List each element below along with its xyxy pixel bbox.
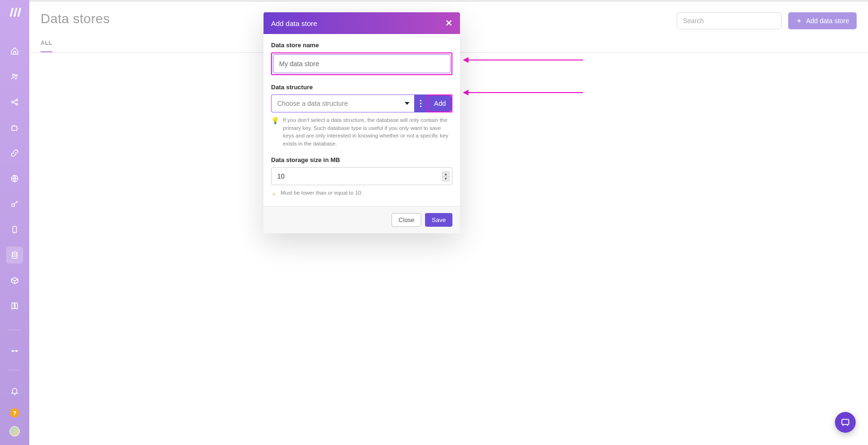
structure-placeholder: Choose a data structure bbox=[277, 100, 348, 107]
save-button[interactable]: Save bbox=[425, 213, 452, 227]
svg-point-12 bbox=[420, 103, 421, 104]
svg-point-6 bbox=[12, 204, 15, 206]
structure-menu-button[interactable] bbox=[414, 94, 427, 112]
close-icon[interactable]: ✕ bbox=[445, 18, 452, 28]
annotation-arrow bbox=[468, 60, 583, 60]
svg-point-10 bbox=[16, 351, 17, 352]
number-spinner[interactable]: ▲▼ bbox=[442, 171, 450, 181]
home-icon[interactable] bbox=[6, 43, 23, 60]
close-button[interactable]: Close bbox=[391, 213, 421, 227]
modal-title: Add data store bbox=[271, 19, 317, 27]
key-icon[interactable] bbox=[6, 196, 23, 213]
tab-all[interactable]: ALL bbox=[41, 37, 52, 52]
share-icon[interactable] bbox=[6, 94, 23, 111]
branch-icon[interactable] bbox=[6, 342, 23, 359]
book-icon[interactable] bbox=[6, 298, 23, 315]
svg-point-11 bbox=[420, 100, 421, 101]
annotation-arrow bbox=[468, 92, 583, 93]
add-button-label: Add data store bbox=[806, 17, 849, 25]
size-label: Data storage size in MB bbox=[271, 156, 452, 163]
logo[interactable] bbox=[8, 6, 21, 19]
structure-add-button[interactable]: Add bbox=[428, 95, 451, 111]
sidebar: ? bbox=[0, 0, 29, 445]
search-input[interactable] bbox=[677, 12, 782, 29]
svg-point-9 bbox=[12, 351, 13, 352]
structure-hint: If you don't select a data structure, th… bbox=[283, 116, 452, 148]
name-label: Data store name bbox=[271, 42, 452, 49]
help-icon[interactable]: ? bbox=[10, 408, 19, 418]
add-data-store-modal: Add data store ✕ Data store name Data st… bbox=[264, 12, 460, 233]
svg-point-0 bbox=[13, 74, 15, 77]
help-fab[interactable] bbox=[835, 412, 856, 433]
mobile-icon[interactable] bbox=[6, 221, 23, 238]
link-icon[interactable] bbox=[6, 145, 23, 162]
storage-size-input[interactable] bbox=[271, 167, 452, 185]
data-structure-select[interactable]: Choose a data structure bbox=[271, 94, 414, 112]
add-data-store-button[interactable]: Add data store bbox=[788, 12, 857, 29]
globe-icon[interactable] bbox=[6, 170, 23, 187]
structure-label: Data structure bbox=[271, 84, 452, 91]
users-icon[interactable] bbox=[6, 68, 23, 85]
svg-point-1 bbox=[16, 75, 17, 77]
data-store-name-input[interactable] bbox=[273, 54, 451, 73]
cube-icon[interactable] bbox=[6, 272, 23, 289]
chevron-down-icon: ⌄ bbox=[271, 189, 277, 197]
svg-point-13 bbox=[420, 105, 421, 107]
chevron-down-icon bbox=[405, 102, 409, 105]
database-icon[interactable] bbox=[6, 247, 23, 264]
avatar[interactable] bbox=[9, 426, 20, 436]
lightbulb-icon: 💡 bbox=[271, 117, 279, 148]
bell-icon[interactable] bbox=[6, 383, 23, 400]
svg-point-8 bbox=[12, 252, 17, 254]
puzzle-icon[interactable] bbox=[6, 119, 23, 136]
size-warning: Must be lower than or equal to 10. bbox=[281, 190, 363, 196]
